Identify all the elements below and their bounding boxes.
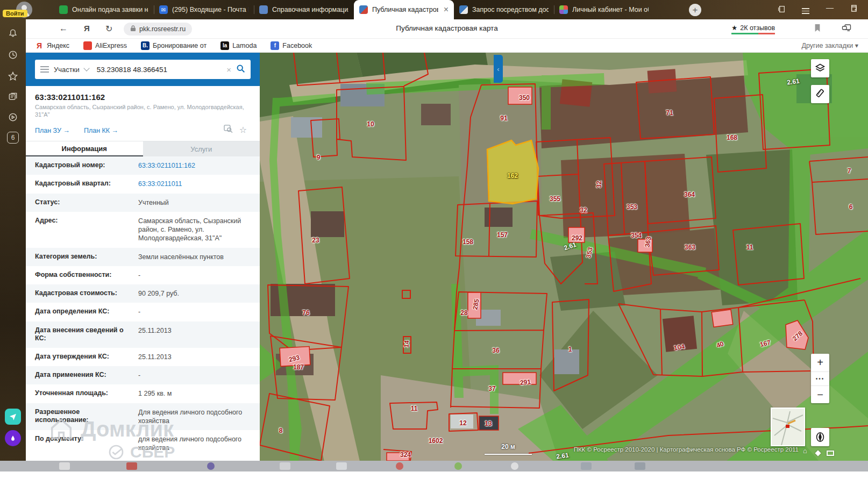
bookmark-item[interactable]: fFacebook — [271, 41, 312, 50]
login-badge[interactable]: Войти — [3, 10, 27, 17]
parcel-label[interactable]: 23 — [312, 237, 319, 244]
parcel-label[interactable]: 162 — [507, 172, 518, 180]
info-label: Кадастровый квартал: — [35, 180, 138, 188]
plan-kk-link[interactable]: План КК → — [84, 127, 118, 134]
parcel-label[interactable]: 7 — [848, 167, 851, 175]
browser-menu-icon[interactable] — [800, 6, 811, 16]
overview-minimap[interactable] — [771, 408, 805, 446]
browser-tab[interactable]: Онлайн подача заявки на — [54, 0, 154, 19]
parcel-label[interactable]: 364 — [684, 191, 695, 198]
parcel-label[interactable]: 11 — [746, 244, 753, 251]
browser-tab[interactable]: Публичная кадастрова× — [354, 0, 454, 19]
parcel-label[interactable]: 324 — [400, 451, 411, 459]
bookmark-item[interactable]: B.Бронирование от — [141, 41, 207, 50]
video-play-icon[interactable] — [6, 111, 19, 124]
favorites-star-icon[interactable] — [6, 70, 19, 83]
zoom-to-parcel-icon[interactable] — [224, 125, 233, 135]
parcel-label[interactable]: 157 — [497, 231, 508, 239]
bookmark-label: Lamoda — [232, 42, 257, 49]
parcel-label[interactable]: 363 — [685, 244, 695, 251]
tab-information[interactable]: Информация — [26, 141, 143, 156]
notifications-bell-icon[interactable] — [6, 27, 19, 40]
parcel-label[interactable]: 32 — [580, 206, 587, 214]
parcel-label[interactable]: 158 — [463, 238, 473, 246]
fullscreen-monitor-icon[interactable] — [827, 449, 834, 458]
parcel-label[interactable]: 71 — [666, 109, 673, 117]
rail-counter-badge[interactable]: 6 — [6, 131, 19, 144]
parcel-label[interactable]: 1 — [568, 346, 572, 353]
side-panel-toggle-icon[interactable] — [776, 5, 787, 15]
parcel-label[interactable]: 12 — [459, 419, 466, 427]
plan-zu-link[interactable]: План ЗУ → — [35, 127, 70, 134]
favorite-star-icon[interactable]: ☆ — [239, 125, 247, 135]
parcel-label[interactable]: 355 — [550, 195, 560, 203]
parcel-label[interactable]: 91 — [500, 115, 507, 122]
new-tab-button[interactable]: + — [689, 4, 701, 16]
alice-assistant-icon[interactable] — [5, 430, 21, 446]
tab-services[interactable]: Услуги — [143, 141, 260, 156]
bookmark-ribbon-icon[interactable] — [814, 24, 821, 34]
panel-collapse-button[interactable]: ‹ — [494, 55, 503, 83]
info-row: Дата определения КС:- — [26, 303, 260, 321]
browser-tab[interactable]: ✉(295) Входящие - Почта M — [154, 0, 254, 19]
bookmark-item[interactable]: AliExpress — [83, 41, 127, 50]
parcel-info-panel: Участки 53.230818 48.366451 × 63:33:0211… — [26, 53, 260, 461]
search-category-select[interactable]: Участки — [54, 66, 80, 74]
search-bar[interactable]: Участки 53.230818 48.366451 × — [35, 60, 251, 79]
locate-me-button[interactable] — [811, 428, 829, 446]
map-canvas[interactable] — [260, 53, 868, 461]
menu-icon[interactable] — [40, 65, 49, 74]
collections-icon[interactable] — [6, 90, 19, 103]
parcel-label[interactable]: 353 — [627, 203, 637, 211]
parcel-label[interactable]: 9 — [317, 154, 321, 161]
collections-panel-icon[interactable] — [842, 24, 851, 34]
history-clock-icon[interactable] — [6, 48, 19, 61]
parcel-label[interactable]: 354 — [631, 232, 642, 239]
zoom-out-button[interactable]: − — [811, 385, 829, 403]
parcel-label[interactable]: 10 — [367, 120, 374, 128]
parcel-label[interactable]: 8 — [279, 427, 283, 434]
measure-tool-button[interactable] — [811, 85, 829, 103]
cadastral-map[interactable]: 35091109231623553232353364711682.612922.… — [260, 53, 868, 461]
home-icon[interactable]: ⌂ — [803, 447, 807, 455]
other-bookmarks-button[interactable]: Другие закладки ▾ — [801, 41, 858, 49]
parcel-label[interactable]: 14 — [402, 340, 410, 348]
info-row: Разрешенное использование:Для ведения ли… — [26, 403, 260, 431]
marker-diamond-icon[interactable] — [816, 449, 820, 457]
parcel-label[interactable]: 36 — [492, 347, 499, 354]
bookmark-item[interactable]: laLamoda — [220, 41, 257, 50]
window-minimize-button[interactable]: — — [824, 3, 835, 12]
search-button[interactable] — [236, 64, 245, 75]
bookmarks-bar: ЯЯндексAliExpressB.Бронирование отlaLamo… — [26, 39, 868, 53]
zoom-more-button[interactable]: ••• — [811, 371, 829, 385]
parcel-label[interactable]: 1602 — [429, 437, 443, 445]
browser-tab[interactable]: Справочная информация — [254, 0, 354, 19]
parcel-label[interactable]: 291 — [520, 378, 531, 387]
layers-button[interactable] — [811, 59, 829, 77]
parcel-label[interactable]: 6 — [849, 203, 853, 211]
messenger-icon[interactable] — [5, 409, 21, 425]
browser-tab[interactable]: Запрос посредством дост — [454, 0, 554, 19]
parcel-label[interactable]: 37 — [488, 385, 495, 392]
browser-tab[interactable]: Личный кабинет - Мои об — [554, 0, 654, 19]
zoom-in-button[interactable]: + — [811, 354, 829, 371]
search-input[interactable]: 53.230818 48.366451 — [97, 66, 222, 74]
window-restore-button[interactable] — [848, 5, 858, 13]
tab-title: Публичная кадастрова — [372, 6, 438, 13]
info-row: Адрес:Самарская область, Сызранский райо… — [26, 212, 260, 248]
parcel-label[interactable]: 187 — [293, 363, 304, 371]
clear-search-icon[interactable]: × — [226, 65, 231, 74]
info-row: Форма собственности:- — [26, 266, 260, 284]
parcel-label[interactable]: 28 — [460, 309, 467, 317]
bookmark-item[interactable]: ЯЯндекс — [35, 41, 69, 50]
info-value[interactable]: 63:33:0211011 — [138, 180, 254, 188]
parcel-label[interactable]: 168 — [727, 134, 737, 141]
parcel-label[interactable]: 76 — [302, 309, 309, 317]
info-value[interactable]: 63:33:0211011:162 — [138, 161, 254, 170]
parcel-label[interactable]: 11 — [411, 405, 418, 412]
parcel-label[interactable]: 32 — [595, 181, 603, 188]
parcel-label[interactable]: 13 — [485, 420, 492, 427]
tab-close-icon[interactable]: × — [444, 5, 449, 14]
parcel-label[interactable]: 350 — [519, 94, 530, 102]
reviews-widget[interactable]: ★ 2К отзывов — [731, 24, 775, 32]
